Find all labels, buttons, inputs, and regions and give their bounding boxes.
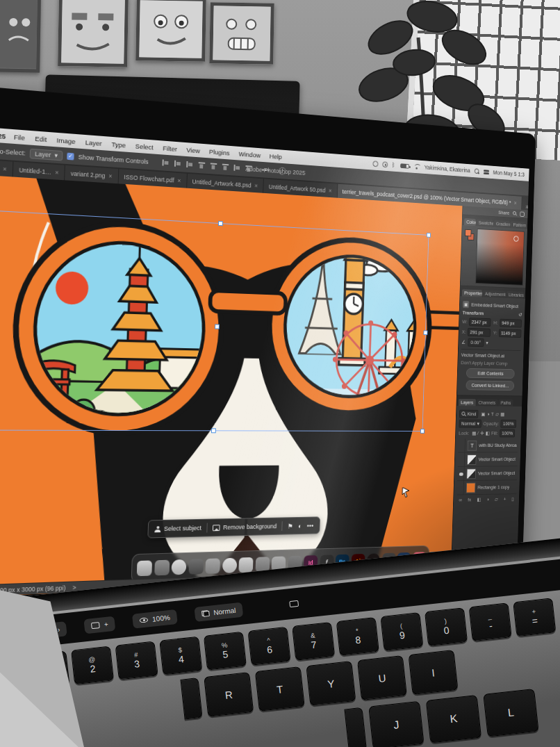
menu-item[interactable]: Plugins [204, 147, 234, 157]
lock-icon[interactable]: ◧ [486, 430, 490, 436]
distribute-h-icon[interactable] [233, 165, 240, 171]
lock-icon[interactable]: ✛ [480, 430, 484, 436]
filter-type-icon[interactable]: ▦ [500, 411, 504, 417]
close-icon[interactable]: × [177, 177, 181, 183]
align-center-h-icon[interactable] [174, 161, 181, 167]
menu-item[interactable]: Edit [30, 134, 52, 144]
layer-thumbnail[interactable] [466, 482, 476, 493]
menu-item[interactable]: Window [234, 149, 265, 159]
more-icon[interactable]: ••• [307, 522, 314, 530]
close-icon[interactable]: × [108, 172, 113, 179]
menu-clock[interactable]: Mon May 5 1:3 [493, 169, 525, 177]
play-circle-icon[interactable] [382, 161, 388, 167]
search-icon[interactable] [513, 211, 517, 216]
tab-overflow-icon[interactable]: » [522, 203, 529, 211]
transform-field[interactable]: H: 949 px [493, 318, 522, 327]
layers-footer-icon[interactable]: ◧ [477, 497, 481, 502]
transform-field[interactable]: Y: 1149 px [493, 329, 522, 338]
wifi-icon[interactable] [413, 163, 420, 170]
layers-footer-icon[interactable]: ∞ [459, 497, 462, 502]
layer-row[interactable]: Vector Smart Object copy 10 [458, 452, 518, 467]
menu-item[interactable]: Layer [80, 138, 106, 147]
layers-footer-icon[interactable]: + [504, 496, 507, 502]
align-top-icon[interactable] [198, 162, 205, 169]
visibility-eye-icon[interactable] [459, 452, 465, 466]
align-bottom-icon[interactable] [222, 164, 229, 170]
chevron-down-icon[interactable]: ▾ [486, 340, 488, 345]
layer-thumbnail[interactable] [466, 468, 476, 479]
close-icon[interactable]: × [3, 165, 7, 172]
dock-icon[interactable] [137, 560, 152, 576]
properties-button[interactable]: Edit Contents [466, 368, 515, 379]
filter-type-icon[interactable]: ▣ [481, 411, 485, 417]
foreground-color-swatch[interactable] [465, 229, 471, 237]
color-picker-field[interactable] [475, 229, 525, 286]
dock-icon[interactable] [171, 559, 186, 575]
lock-icon[interactable]: ∕ [478, 430, 479, 436]
dock-icon[interactable] [222, 558, 236, 573]
panel-tab[interactable]: Paths [498, 400, 513, 407]
layer-filter-dropdown[interactable]: Kind [459, 410, 479, 418]
status-chevron-icon[interactable]: > [72, 584, 76, 591]
dock-icon[interactable] [238, 557, 253, 573]
menu-item[interactable]: File [8, 132, 30, 142]
panel-tab[interactable]: Channels [476, 399, 498, 406]
bluetooth-icon[interactable] [392, 161, 396, 168]
user-name[interactable]: Yakimkina, Ekaterina [425, 164, 470, 174]
menu-item[interactable]: View [181, 145, 204, 154]
transform-field[interactable]: X: 291 px [462, 328, 491, 337]
visibility-eye-icon[interactable] [459, 467, 465, 480]
select-subject-button[interactable]: Select subject [154, 525, 201, 533]
layer-thumbnail[interactable]: T [468, 440, 477, 450]
layers-footer-icon[interactable]: ▯ [511, 496, 514, 502]
share-button[interactable]: Share [498, 210, 509, 216]
distribute-v-icon[interactable] [245, 165, 252, 172]
align-middle-icon[interactable] [210, 163, 217, 170]
dock-icon[interactable] [205, 558, 220, 573]
align-left-icon[interactable] [162, 159, 169, 166]
dock-icon[interactable] [154, 560, 170, 576]
layer-row[interactable]: Vector Smart Object [457, 466, 517, 481]
close-icon[interactable]: × [55, 169, 59, 177]
document-tab[interactable]: .jpg × [0, 160, 13, 177]
layers-footer-icon[interactable]: ▱ [495, 496, 498, 502]
control-center-icon[interactable] [484, 169, 489, 174]
angle-field[interactable]: 0.00° [468, 338, 484, 347]
visibility-eye-icon[interactable] [459, 438, 466, 452]
properties-button[interactable]: Convert to Linked... [466, 380, 514, 391]
layer-row[interactable]: T with BU Study Abroad [458, 438, 518, 452]
visibility-eye-icon[interactable] [458, 481, 464, 494]
spotlight-icon[interactable] [474, 168, 479, 174]
close-icon[interactable]: × [254, 182, 258, 189]
lock-icon[interactable]: ▦ [472, 430, 476, 436]
gear-icon[interactable] [279, 167, 286, 175]
align-right-icon[interactable] [186, 161, 193, 168]
filter-type-icon[interactable]: T [491, 411, 494, 417]
menu-item[interactable]: Select [131, 142, 158, 151]
workspace-icon[interactable] [520, 211, 525, 217]
remove-background-button[interactable]: Remove background [213, 523, 277, 531]
menu-item[interactable]: Image [51, 136, 81, 145]
menu-item[interactable]: Help [265, 151, 286, 161]
more-options-icon[interactable]: ••• [262, 166, 270, 174]
transform-field[interactable]: W: 2347 px [462, 318, 491, 327]
panel-tab[interactable]: Layers [459, 399, 476, 406]
show-transform-checkbox[interactable]: ✓ [67, 152, 74, 160]
fill-field[interactable]: 100% [500, 429, 516, 438]
dock-icon[interactable] [188, 559, 204, 575]
filter-type-icon[interactable]: ▱ [495, 411, 499, 417]
menu-item[interactable]: Type [106, 140, 131, 149]
battery-icon[interactable] [400, 163, 409, 169]
filter-type-icon[interactable]: ◑ [487, 411, 490, 417]
layer-comp-dropdown[interactable]: Don't Apply Layer Comp [461, 360, 520, 367]
contrast-icon[interactable]: ◐ [298, 522, 302, 530]
opacity-field[interactable]: 100% [500, 420, 516, 428]
layers-footer-icon[interactable]: ◑ [486, 497, 489, 502]
app-menu-photoshop[interactable]: 2025 [0, 131, 6, 140]
blend-mode-dropdown[interactable]: Normal ▾ [459, 419, 481, 427]
app-badge-icon[interactable] [372, 161, 378, 167]
layers-footer-icon[interactable]: fx [468, 497, 471, 502]
menu-item[interactable]: Filter [158, 144, 181, 153]
reset-icon[interactable]: ↺ [518, 312, 522, 318]
layer-row[interactable]: Rectangle 1 copy [456, 480, 516, 495]
